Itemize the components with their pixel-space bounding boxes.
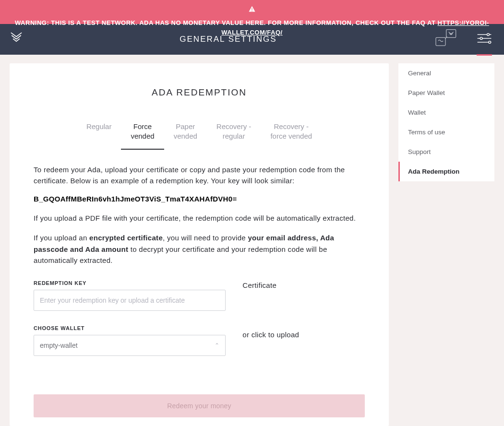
intro-text: To redeem your Ada, upload your certific…: [34, 164, 365, 187]
tab-recovery-regular[interactable]: Recovery - regular: [207, 122, 261, 150]
content-area: ADA REDEMPTION Regular Force vended Pape…: [0, 55, 504, 426]
sidebar-item-paper-wallet[interactable]: Paper Wallet: [398, 83, 494, 103]
sidebar-item-wallet[interactable]: Wallet: [398, 103, 494, 122]
settings-side-nav: General Paper Wallet Wallet Terms of use…: [398, 63, 494, 426]
tab-force-vended[interactable]: Force vended: [121, 122, 164, 150]
choose-wallet-label: CHOOSE WALLET: [34, 325, 226, 331]
svg-point-3: [487, 34, 490, 36]
svg-point-7: [489, 41, 491, 44]
tab-recovery-force-vended[interactable]: Recovery - force vended: [261, 122, 322, 150]
redemption-key-label: REDEMPTION KEY: [34, 280, 226, 286]
redemption-key-field: REDEMPTION KEY: [34, 280, 226, 311]
page-title: GENERAL SETTINGS: [180, 35, 276, 44]
settings-sliders-icon[interactable]: [477, 38, 492, 46]
categories-icon[interactable]: [433, 29, 457, 50]
main-panel: ADA REDEMPTION Regular Force vended Pape…: [10, 63, 389, 426]
certificate-upload-area[interactable]: or click to upload: [242, 330, 365, 341]
test-network-warning: WARNING: THIS IS A TEST NETWORK. ADA HAS…: [0, 0, 504, 24]
sidebar-item-terms-of-use[interactable]: Terms of use: [398, 122, 494, 142]
redemption-key-input[interactable]: [34, 290, 226, 311]
sidebar-item-general[interactable]: General: [398, 63, 494, 83]
section-heading: ADA REDEMPTION: [34, 87, 365, 98]
tab-regular[interactable]: Regular: [77, 122, 121, 150]
certificate-heading: Certificate: [242, 280, 365, 291]
wallet-select[interactable]: empty-wallet ⌃: [34, 335, 226, 356]
chevron-up-icon: ⌃: [215, 342, 219, 349]
svg-point-5: [480, 37, 482, 40]
sidebar-item-support[interactable]: Support: [398, 142, 494, 162]
yoroi-logo-icon[interactable]: [10, 31, 23, 48]
redeem-button[interactable]: Redeem your money: [34, 394, 365, 417]
sidebar-item-ada-redemption[interactable]: Ada Redemption: [398, 162, 494, 181]
svg-rect-0: [446, 30, 456, 38]
warning-text: WARNING: THIS IS A TEST NETWORK. ADA HAS…: [15, 19, 435, 26]
key-example: B_GQOAffMBeRIn6vh1hJmeOT3ViS_TmaT4XAHAfD…: [34, 195, 365, 203]
tab-paper-vended[interactable]: Paper vended: [164, 122, 207, 150]
wallet-select-value: empty-wallet: [40, 342, 78, 349]
redemption-tabs: Regular Force vended Paper vended Recove…: [34, 122, 365, 150]
svg-rect-1: [436, 37, 445, 46]
warning-icon: [248, 5, 256, 13]
pdf-note: If you upload a PDF file with your certi…: [34, 213, 365, 224]
encrypted-note: If you upload an encrypted certificate, …: [34, 232, 365, 266]
choose-wallet-field: CHOOSE WALLET empty-wallet ⌃: [34, 325, 226, 356]
